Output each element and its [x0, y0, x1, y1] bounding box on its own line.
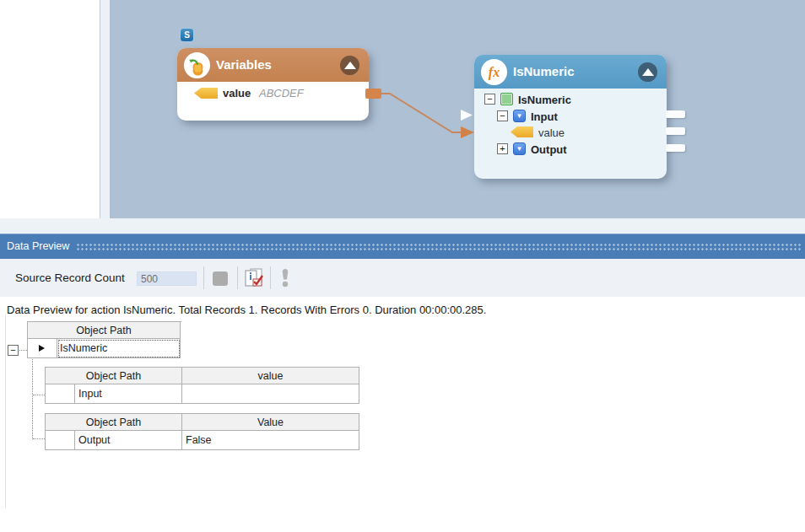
panel-grip-icon — [76, 243, 802, 251]
input-result-table: Object Path value Input — [45, 367, 359, 404]
tree-row-output[interactable]: Output — [474, 142, 667, 158]
triangle-up-icon — [642, 68, 654, 76]
row-marker-icon — [39, 345, 45, 352]
node-group-icon — [513, 142, 526, 155]
toolbar-separator — [203, 266, 204, 289]
tree-label: value — [538, 126, 565, 139]
cell-isnumeric[interactable]: IsNumeric — [57, 339, 181, 358]
row-selector-cell[interactable] — [46, 431, 75, 450]
panel-title: Data Preview — [7, 234, 69, 259]
node-variables-title: Variables — [216, 48, 272, 82]
tree-row-input[interactable]: Input — [474, 110, 667, 125]
node-group-icon — [513, 110, 526, 122]
variables-icon — [184, 52, 210, 78]
toolbar-separator — [270, 266, 271, 289]
column-header: value — [182, 368, 359, 384]
step-badge[interactable]: S — [180, 28, 194, 42]
isnumeric-port-2[interactable] — [666, 127, 685, 135]
tree-row-isnumeric[interactable]: IsNumeric — [474, 93, 667, 108]
splitter[interactable] — [0, 218, 805, 234]
isnumeric-port-3[interactable] — [666, 144, 685, 152]
variable-value[interactable]: ABCDEF — [259, 87, 304, 99]
preview-status-text: Data Preview for action IsNumeric. Total… — [7, 304, 486, 316]
expand-plus-icon[interactable] — [497, 143, 508, 154]
source-record-count-label: Source Record Count — [15, 259, 125, 297]
variables-output-port[interactable] — [365, 89, 381, 99]
field-tag-icon — [194, 88, 218, 99]
node-isnumeric[interactable]: fx IsNumeric IsNumeric Input value Outpu… — [474, 55, 667, 179]
isnumeric-port-1[interactable] — [666, 110, 685, 118]
view-report-button[interactable] — [243, 267, 265, 289]
source-record-count-input[interactable] — [137, 271, 197, 286]
stop-button[interactable] — [213, 271, 228, 286]
field-tag-icon — [511, 126, 533, 137]
column-header: Object Path — [46, 414, 182, 431]
data-preview-panel-header[interactable]: Data Preview — [0, 234, 805, 259]
tree-label: Output — [531, 143, 567, 156]
tree-label: Input — [531, 110, 558, 123]
panel-edge-line — [5, 315, 6, 508]
root-result-table: Object Path IsNumeric — [27, 321, 181, 358]
row-collapse-minus-icon[interactable] — [8, 345, 19, 356]
collapse-minus-icon[interactable] — [484, 94, 495, 105]
node-isnumeric-title: IsNumeric — [513, 55, 575, 89]
variable-name[interactable]: value — [223, 87, 251, 99]
toolbar-separator — [237, 266, 238, 289]
node-variables[interactable]: Variables value ABCDEF — [177, 48, 369, 121]
tree-line — [19, 350, 27, 351]
element-icon — [500, 93, 513, 105]
column-header: Object Path — [28, 322, 181, 339]
left-panel — [0, 0, 100, 218]
row-selector-cell[interactable] — [28, 339, 57, 358]
tree-row-value[interactable]: value — [474, 126, 667, 141]
output-result-table: Object Path Value Output False — [45, 413, 359, 450]
triangle-up-icon — [344, 62, 356, 69]
app-window: S Variables value ABCDEF fx IsNumeric — [0, 0, 805, 532]
tree-label: IsNumeric — [518, 94, 571, 106]
cell-input-value[interactable] — [182, 384, 359, 404]
collapse-minus-icon[interactable] — [497, 110, 508, 121]
collapse-button[interactable] — [340, 56, 359, 75]
tree-line — [32, 359, 33, 439]
cell-output-path[interactable]: Output — [75, 431, 182, 450]
row-selector-cell[interactable] — [46, 384, 75, 404]
errors-button[interactable] — [279, 268, 291, 288]
tree-line — [33, 395, 45, 395]
function-icon: fx — [481, 59, 507, 85]
data-preview-toolbar: Source Record Count — [0, 259, 805, 297]
column-header: Value — [182, 414, 359, 431]
cell-input-path[interactable]: Input — [75, 384, 182, 404]
column-header: Object Path — [46, 368, 182, 384]
collapse-button[interactable] — [638, 62, 657, 82]
tree-line — [33, 438, 45, 439]
left-panel-strip — [100, 0, 110, 218]
cell-output-value[interactable]: False — [182, 431, 359, 450]
